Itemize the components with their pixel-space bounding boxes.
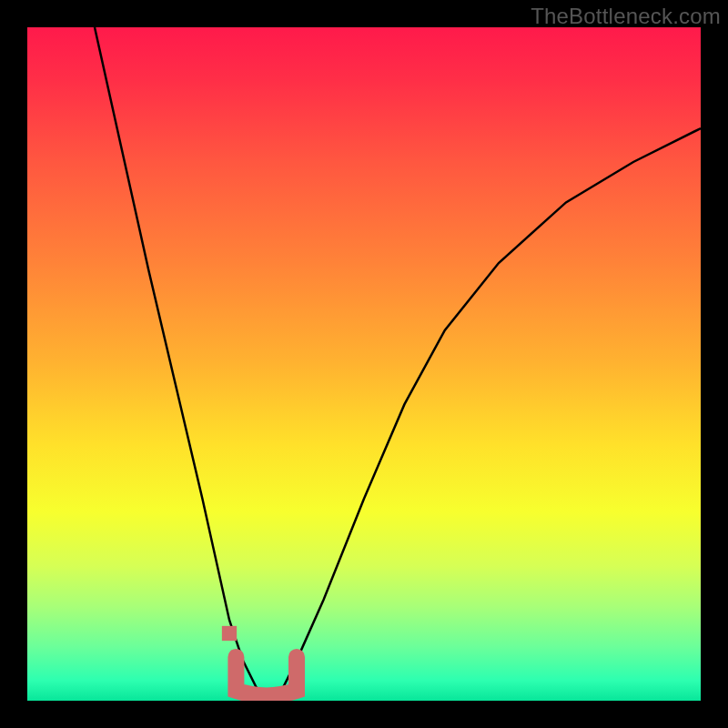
chart-svg [27, 27, 701, 701]
plot-area [27, 27, 701, 701]
bottleneck-curve [95, 27, 701, 701]
chart-frame: TheBottleneck.com [0, 0, 728, 728]
marker-dot [222, 626, 237, 641]
watermark-text: TheBottleneck.com [531, 4, 721, 29]
